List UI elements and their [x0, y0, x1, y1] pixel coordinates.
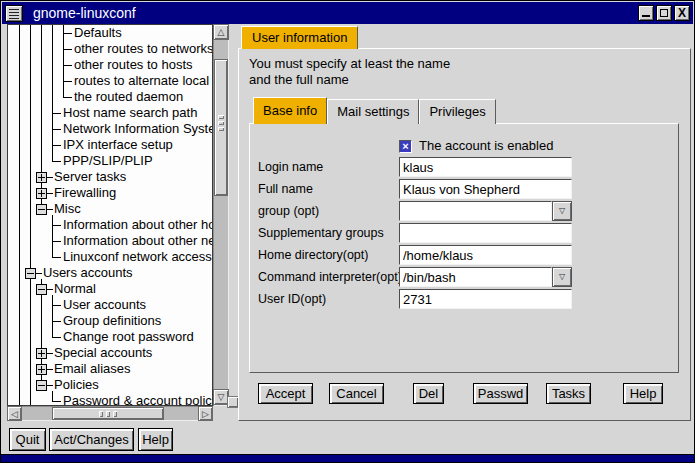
tree-item-label: Host name search path — [63, 105, 197, 121]
tree-item-information-about-other-hosts[interactable]: Information about other hosts — [8, 217, 212, 233]
vscroll-thumb[interactable] — [214, 59, 228, 196]
tree-item-group-definitions[interactable]: Group definitions — [8, 313, 212, 329]
tree-item-other-routes-to-hosts[interactable]: other routes to hosts — [8, 57, 212, 73]
tree-item-label: Users accounts — [43, 265, 133, 281]
tasks-button[interactable]: Tasks — [546, 383, 591, 404]
tree-item-label: Linuxconf network access — [63, 249, 212, 265]
hscroll-thumb[interactable] — [52, 407, 164, 420]
tree-item-label: other routes to networks — [74, 41, 213, 57]
group-opt-dropdown-button[interactable]: ▽ — [552, 201, 572, 221]
expand-icon[interactable] — [36, 172, 47, 183]
accept-button[interactable]: Accept — [258, 383, 313, 404]
tab-privileges[interactable]: Privileges — [419, 99, 495, 124]
tree-item-label: Information about other networks — [63, 233, 213, 249]
tree-item-other-routes-to-networks[interactable]: other routes to networks — [8, 41, 212, 57]
tree-item-policies[interactable]: Policies — [8, 377, 212, 393]
tree-horizontal-scrollbar[interactable]: ◁ ▷ — [7, 406, 213, 421]
collapse-icon[interactable] — [36, 204, 47, 215]
account-enabled-checkbox[interactable]: × — [399, 140, 412, 153]
supplementary-groups-input[interactable] — [399, 223, 572, 243]
tree-item-user-accounts[interactable]: User accounts — [8, 297, 212, 313]
arrow-up-icon: △ — [218, 27, 225, 37]
expand-icon[interactable] — [36, 364, 47, 375]
maximize-icon — [660, 9, 668, 17]
tree-item-misc[interactable]: Misc — [8, 201, 212, 217]
quit-footer-button[interactable]: Quit — [9, 428, 46, 451]
collapse-icon[interactable] — [25, 268, 36, 279]
help-footer-button[interactable]: Help — [138, 428, 173, 451]
tree-item-the-routed-daemon[interactable]: the routed daemon — [8, 89, 212, 105]
login-name-input[interactable] — [399, 157, 572, 177]
scroll-up-button[interactable]: △ — [213, 24, 229, 40]
tree-item-label: Information about other hosts — [63, 217, 213, 233]
tree-item-label: the routed daemon — [74, 89, 183, 105]
minimize-icon — [642, 15, 650, 17]
del-button[interactable]: Del — [413, 383, 444, 404]
arrow-down-icon: ▽ — [218, 392, 225, 402]
tree-item-label: IPX interface setup — [63, 137, 173, 153]
scroll-left-button[interactable]: ◁ — [7, 406, 22, 421]
cancel-button[interactable]: Cancel — [329, 383, 384, 404]
message-line-1: You must specify at least the name — [249, 56, 450, 71]
tab-user-information[interactable]: User information — [241, 26, 358, 49]
command-interpreter-opt-dropdown-button[interactable]: ▽ — [552, 267, 572, 287]
command-interpreter-opt-input[interactable] — [399, 267, 552, 287]
tree-item-label: Firewalling — [54, 185, 116, 201]
tree-item-label: Server tasks — [54, 169, 126, 185]
close-button[interactable]: X — [674, 5, 690, 21]
tree-item-label: routes to alternate local nets — [74, 73, 213, 89]
base-info-page: × The account is enabled Login nameFull … — [249, 123, 679, 373]
tree-item-password-account-policies[interactable]: Password & account policies — [8, 393, 212, 406]
tree-item-label: Change root password — [63, 329, 194, 345]
tree-item-label: Misc — [54, 201, 81, 217]
login-name-label: Login name — [258, 157, 323, 177]
account-enabled-label: The account is enabled — [419, 138, 553, 153]
window: gnome-linuxconf X Defaultsother routes t… — [0, 0, 695, 463]
window-title: gnome-linuxconf — [33, 2, 136, 24]
tree-item-defaults[interactable]: Defaults — [8, 25, 212, 41]
tree-item-label: User accounts — [63, 297, 146, 313]
act-changes-footer-button[interactable]: Act/Changes — [49, 428, 134, 451]
user-id-opt-input[interactable] — [399, 289, 572, 309]
dropdown-arrow-icon: ▽ — [559, 206, 565, 215]
tree-item-network-information-system[interactable]: Network Information System — [8, 121, 212, 137]
full-name-label: Full name — [258, 179, 313, 199]
tree-item-change-root-password[interactable]: Change root password — [8, 329, 212, 345]
tree-item-linuxconf-network-access[interactable]: Linuxconf network access — [8, 249, 212, 265]
message-line-2: and the full name — [249, 72, 349, 87]
tree-vertical-scrollbar[interactable]: △ ▽ — [213, 24, 229, 406]
tree-item-ipx-interface-setup[interactable]: IPX interface setup — [8, 137, 212, 153]
expand-icon[interactable] — [36, 348, 47, 359]
tree-item-label: Policies — [54, 377, 99, 393]
passwd-button[interactable]: Passwd — [473, 383, 528, 404]
expand-icon[interactable] — [36, 188, 47, 199]
tree-item-ppp-slip-plip[interactable]: PPP/SLIP/PLIP — [8, 153, 212, 169]
group-opt-input[interactable] — [399, 201, 552, 221]
full-name-input[interactable] — [399, 179, 572, 199]
tree-item-email-aliases[interactable]: Email aliases — [8, 361, 212, 377]
settings-tabbar: Base infoMail settingsPrivileges — [253, 97, 496, 124]
collapse-icon[interactable] — [36, 284, 47, 295]
tree-item-information-about-other-networks[interactable]: Information about other networks — [8, 233, 212, 249]
tree-item-normal[interactable]: Normal — [8, 281, 212, 297]
dropdown-arrow-icon: ▽ — [559, 272, 565, 281]
supplementary-groups-label: Supplementary groups — [258, 223, 384, 243]
tree-item-routes-to-alternate-local-nets[interactable]: routes to alternate local nets — [8, 73, 212, 89]
maximize-button[interactable] — [656, 5, 672, 21]
home-directory-opt-input[interactable] — [399, 245, 572, 265]
tree-item-server-tasks[interactable]: Server tasks — [8, 169, 212, 185]
close-icon: X — [675, 6, 689, 20]
collapse-icon[interactable] — [36, 380, 47, 391]
help-button[interactable]: Help — [623, 383, 663, 404]
tree-item-special-accounts[interactable]: Special accounts — [8, 345, 212, 361]
tab-base-info[interactable]: Base info — [253, 97, 327, 124]
tree-item-firewalling[interactable]: Firewalling — [8, 185, 212, 201]
tab-mail-settings[interactable]: Mail settings — [327, 99, 419, 124]
window-menu-button[interactable] — [5, 5, 23, 22]
minimize-button[interactable] — [638, 5, 654, 21]
tree-item-label: Defaults — [74, 25, 122, 41]
scroll-right-button[interactable]: ▷ — [198, 406, 213, 421]
tree-item-users-accounts[interactable]: Users accounts — [8, 265, 212, 281]
tree-item-host-name-search-path[interactable]: Host name search path — [8, 105, 212, 121]
group-opt-label: group (opt) — [258, 201, 319, 221]
